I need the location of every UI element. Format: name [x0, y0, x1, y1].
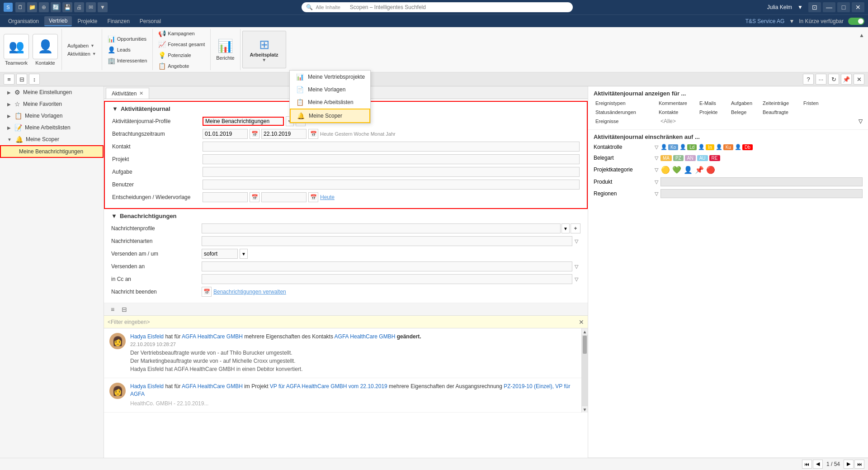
activity-company-2[interactable]: AGFA HealthCare GMBH [182, 383, 243, 389]
cc-an-input[interactable] [202, 274, 572, 284]
aufgabe-input[interactable] [203, 167, 580, 177]
badge-pz[interactable]: PZ [673, 155, 684, 161]
badge-au[interactable]: AU [697, 155, 708, 161]
nachrichtenprofile-add-btn[interactable]: + [571, 223, 580, 233]
zeitraum-from-calendar-btn[interactable]: 📅 [250, 129, 259, 139]
scroll-up-btn[interactable]: ▲ [582, 328, 588, 335]
badge-ld[interactable]: Ld [687, 144, 697, 150]
nachrichtenarten-input[interactable] [202, 236, 572, 246]
list-view-activity-btn[interactable]: ≡ [108, 304, 118, 314]
availability-toggle[interactable] [848, 18, 864, 25]
menu-vertrieb[interactable]: Vertrieb [44, 16, 72, 26]
proj-icon-green[interactable]: 💚 [672, 165, 682, 175]
aktivitaeten-button[interactable]: Aktivitäten ▼ [66, 50, 98, 57]
versenden-am-dropdown[interactable]: ▼ [240, 249, 248, 259]
profile-value[interactable]: Meine Benachrichtigungen [203, 117, 284, 126]
badge-db[interactable]: Db [742, 144, 753, 150]
entscheidungen-calendar-btn2[interactable]: 📅 [308, 192, 318, 202]
dropdown-item-vorlagen[interactable]: 📄 Meine Vorlagen [290, 83, 370, 96]
sidebar-item-vorlagen[interactable]: ▶ 📋 Meine Vorlagen [0, 110, 104, 122]
pin-btn[interactable]: 📌 [841, 74, 852, 85]
window-monitors-btn[interactable]: ⊡ [808, 2, 821, 12]
window-close-btn[interactable]: ✕ [852, 2, 864, 12]
search-input[interactable] [350, 4, 561, 10]
sidebar-item-favoriten[interactable]: ▶ ☆ Meine Favoriten [0, 98, 104, 110]
window-maximize-btn[interactable]: □ [837, 2, 850, 12]
zeitraum-to-calendar-btn[interactable]: 📅 [308, 129, 318, 139]
berichte-btn[interactable]: 📊 Berichte [214, 38, 236, 62]
proj-icon-yellow[interactable]: 🟡 [660, 165, 670, 175]
activity-scrollbar[interactable]: ▲ ▼ [581, 328, 588, 413]
nav-icon-5[interactable]: 💾 [62, 2, 72, 12]
menu-personal[interactable]: Personal [135, 17, 165, 26]
menu-finanzen[interactable]: Finanzen [103, 17, 134, 26]
benachrichtigungen-verwalten-link[interactable]: Benachrichtigungen verwalten [213, 289, 286, 295]
zeitraum-to-input[interactable] [261, 129, 307, 139]
proj-icon-pin[interactable]: 📌 [694, 165, 704, 175]
sort-btn[interactable]: ↕ [29, 74, 40, 85]
projektkategorie-filter[interactable]: ▽ [652, 166, 660, 174]
search-dropdown-arrow[interactable]: ▼ [563, 4, 568, 10]
refresh-btn[interactable]: ↻ [828, 74, 839, 85]
tab-aktivitaeten[interactable]: Aktivitäten ✕ [106, 88, 149, 99]
nav-icon-7[interactable]: ✉ [86, 2, 96, 12]
cc-an-filter[interactable]: ▽ [572, 275, 580, 283]
menu-projekte[interactable]: Projekte [73, 17, 102, 26]
scroll-thumb[interactable] [583, 336, 587, 354]
nachrichtenprofile-dropdown[interactable]: ▼ [561, 223, 570, 233]
sidebar-item-arbeitslisten[interactable]: ▶ 📝 Meine Arbeitslisten [0, 122, 104, 133]
badge-ko[interactable]: Ko [668, 144, 678, 150]
entscheidungen-calendar-btn[interactable]: 📅 [250, 192, 259, 202]
activity-company2-1[interactable]: AGFA HealthCare GMBH [335, 333, 396, 340]
window-minimize-btn[interactable]: — [823, 2, 835, 12]
entscheidungen-input[interactable] [203, 192, 248, 202]
angebote-btn[interactable]: 📋 Angebote [156, 62, 207, 71]
ribbon-collapse-btn[interactable]: ▲ [857, 31, 866, 40]
opportunities-btn[interactable]: 📊 Opportunities [106, 34, 149, 43]
activity-company1-1[interactable]: AGFA HealthCare GMBH [182, 333, 243, 340]
badge-re[interactable]: RE [709, 155, 720, 161]
projekt-input[interactable] [203, 154, 580, 164]
sidebar-item-einstellungen[interactable]: ▶ ⚙ Meine Einstellungen [0, 86, 104, 98]
nachricht-beenden-btn[interactable]: 📅 [202, 287, 212, 297]
nav-first-btn[interactable]: ⏮ [802, 460, 812, 469]
nav-icon-2[interactable]: 📁 [27, 2, 37, 12]
menu-organisation[interactable]: Organisation [4, 17, 43, 26]
badge-an[interactable]: AN [685, 155, 696, 161]
nav-icon-6[interactable]: 🖨 [74, 2, 84, 12]
arbeitsplatz-button[interactable]: ⊞ Arbeitsplatz ▼ [242, 31, 286, 68]
badge-ku[interactable]: Ku [723, 144, 733, 150]
user-dropdown-arrow[interactable]: ▼ [797, 4, 803, 10]
search-bar[interactable]: 🔍 Alle Inhalte ▽ ▼ [302, 2, 573, 12]
nachrichtenarten-filter[interactable]: ▽ [572, 237, 580, 245]
filter-close-btn[interactable]: ✕ [579, 318, 584, 326]
kontakte-button[interactable]: 👤 [33, 34, 58, 59]
badge-in[interactable]: In [706, 144, 714, 150]
company-dropdown[interactable]: ▼ [789, 18, 794, 24]
close-panel-btn[interactable]: ✕ [854, 74, 864, 85]
nav-last-btn[interactable]: ⏭ [854, 460, 864, 469]
sidebar-item-benachrichtigungen[interactable]: Meine Benachrichtigungen [0, 145, 104, 158]
entscheidungen-input2[interactable] [261, 192, 307, 202]
heute-link[interactable]: Heute [320, 194, 335, 200]
sidebar-item-scoper[interactable]: ▼ 🔔 Meine Scoper [0, 133, 104, 145]
badge-ma[interactable]: MA [660, 155, 672, 161]
nav-icon-4[interactable]: 🔄 [51, 2, 61, 12]
dropdown-item-scoper[interactable]: 🔔 Meine Scoper [290, 109, 370, 123]
nav-prev-btn[interactable]: ◀ [813, 460, 823, 469]
list-view-btn[interactable]: ≡ [4, 74, 14, 85]
activity-project-2[interactable]: VP für AGFA HealthCare GMBH vom 22.10.20… [270, 383, 387, 389]
scroll-down-btn[interactable]: ▼ [582, 406, 588, 413]
zeitraum-from-input[interactable] [203, 129, 248, 139]
potenziale-btn[interactable]: 💡 Potenziale [156, 51, 207, 60]
kontaktrolle-filter[interactable]: ▽ [652, 143, 660, 151]
dropdown-item-vertriebsprojekte[interactable]: 📊 Meine Vertriebsprojekte [290, 71, 370, 83]
interessenten-btn[interactable]: 🏢 Interessenten [106, 56, 149, 65]
proj-icon-person[interactable]: 👤 [683, 165, 693, 175]
benachrichtigungen-header[interactable]: ▼ Benachrichtigungen [111, 213, 580, 219]
versenden-an-input[interactable] [202, 261, 572, 271]
regionen-filter[interactable]: ▽ [652, 190, 660, 198]
nav-icon-1[interactable]: 🗒 [15, 2, 25, 12]
filter-placeholder[interactable]: <Filter eingeben> [108, 319, 150, 325]
activity-user-1[interactable]: Hadya Eisfeld [130, 333, 164, 340]
